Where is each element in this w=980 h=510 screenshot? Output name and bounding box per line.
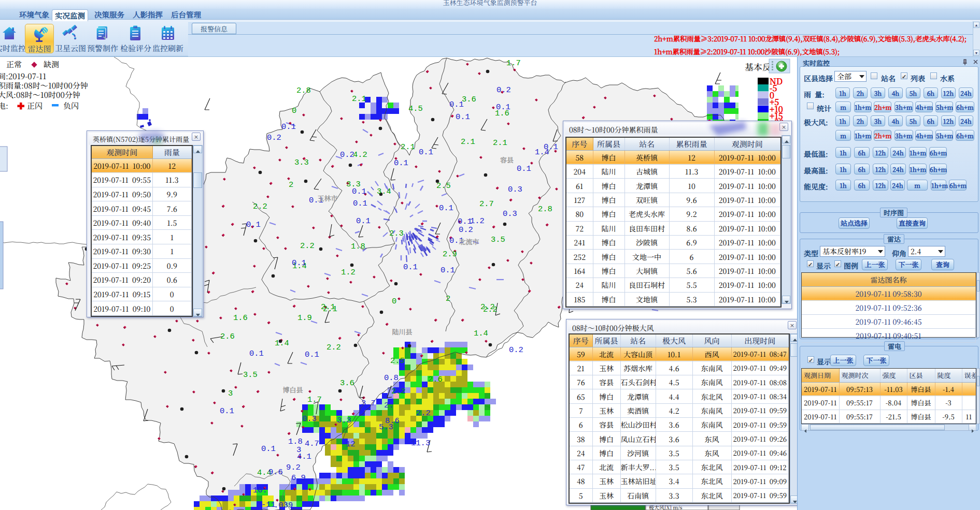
svg-text:正闪: 正闪: [27, 100, 42, 111]
svg-text:11.3: 11.3: [411, 439, 430, 448]
svg-text:0.2: 0.2: [509, 345, 523, 355]
svg-text:0.8: 0.8: [384, 373, 399, 383]
svg-text:0: 0: [392, 297, 396, 306]
svg-text:陆川县: 陆川县: [392, 327, 412, 337]
svg-text:2.2: 2.2: [391, 387, 406, 396]
svg-text:0.1: 0.1: [249, 349, 264, 358]
svg-text:9.2: 9.2: [286, 463, 301, 472]
svg-text:2.: 2.: [384, 401, 394, 410]
svg-text:1.9: 1.9: [297, 313, 312, 323]
svg-text:玉林市: 玉林市: [317, 193, 337, 203]
svg-text:2.1: 2.1: [493, 138, 507, 148]
svg-text:6.9: 6.9: [291, 473, 306, 483]
svg-text:3.5: 3.5: [491, 235, 505, 244]
svg-text:0.1: 0.1: [292, 258, 306, 268]
svg-text:3.5: 3.5: [243, 370, 258, 380]
svg-text:0.1: 0.1: [261, 444, 276, 454]
svg-text:0.1: 0.1: [419, 148, 433, 157]
svg-text:0.1: 0.1: [456, 112, 470, 122]
svg-text:1.6: 1.6: [233, 313, 248, 323]
svg-text:4.5: 4.5: [408, 104, 423, 113]
svg-text:2.2: 2.2: [326, 343, 341, 352]
svg-text:2.7: 2.7: [479, 199, 494, 209]
svg-text:2.8: 2.8: [538, 205, 552, 214]
svg-text:大风:08时～10时00分钟: 大风:08时～10时00分钟: [0, 89, 80, 100]
svg-text:缺测: 缺测: [44, 59, 59, 69]
svg-text:4.7: 4.7: [305, 439, 319, 448]
svg-text:0.1: 0.1: [353, 199, 367, 208]
svg-text:3.7: 3.7: [361, 399, 376, 408]
svg-text:0.3: 0.3: [508, 185, 522, 194]
svg-text:2.2: 2.2: [253, 202, 267, 211]
svg-text:2.1: 2.1: [323, 304, 337, 314]
svg-text:2.9: 2.9: [443, 250, 457, 259]
svg-text:1.8: 1.8: [351, 242, 365, 251]
svg-text:3.3: 3.3: [294, 158, 309, 167]
svg-text:0.1: 0.1: [439, 203, 453, 213]
svg-text:4.2: 4.2: [353, 150, 367, 159]
svg-text:4.1: 4.1: [297, 452, 311, 461]
svg-text:0: 0: [292, 106, 296, 115]
svg-text:0.2: 0.2: [496, 85, 511, 95]
svg-text:容县: 容县: [500, 155, 514, 165]
svg-text:1.4: 1.4: [275, 339, 289, 348]
svg-text:0.1: 0.1: [281, 122, 296, 132]
svg-text:1.2: 1.2: [341, 268, 356, 277]
svg-text:0.1: 0.1: [403, 263, 418, 272]
svg-text:1.4: 1.4: [474, 329, 488, 338]
svg-text:1.7: 1.7: [506, 59, 521, 68]
svg-text:3.6: 3.6: [340, 378, 354, 388]
svg-text:2.6: 2.6: [428, 375, 443, 384]
svg-text:2.8: 2.8: [296, 86, 311, 95]
svg-text:0.3: 0.3: [503, 209, 517, 218]
svg-text:0.2: 0.2: [459, 225, 473, 235]
svg-text:2.2: 2.2: [483, 305, 498, 314]
svg-text:1.4: 1.4: [535, 148, 549, 157]
svg-text:3.3: 3.3: [337, 416, 351, 425]
svg-text:电:: 电:: [0, 100, 8, 111]
svg-text:正常: 正常: [6, 59, 22, 69]
svg-text:0.3: 0.3: [302, 414, 317, 424]
svg-text:0.2: 0.2: [267, 133, 281, 142]
svg-text:2.2: 2.2: [300, 241, 315, 251]
svg-text:0.1: 0.1: [496, 103, 510, 112]
svg-text:2: 2: [446, 294, 450, 303]
svg-text:0.1: 0.1: [356, 216, 371, 226]
svg-text:北流市: 北流市: [459, 237, 479, 246]
svg-text:9.6: 9.6: [268, 468, 283, 477]
svg-text:2.2: 2.2: [416, 409, 431, 418]
svg-text:0.1: 0.1: [246, 220, 261, 229]
svg-text:2.1: 2.1: [352, 94, 366, 104]
svg-text:10.: 10.: [253, 486, 267, 495]
svg-text:3: 3: [228, 389, 233, 398]
svg-text:0.1: 0.1: [220, 406, 234, 416]
svg-text:5.3: 5.3: [379, 422, 393, 432]
svg-text:0.1: 0.1: [441, 266, 455, 275]
svg-text:0.1: 0.1: [394, 158, 408, 168]
svg-text:0.2: 0.2: [340, 150, 354, 159]
svg-text:2.3: 2.3: [389, 229, 404, 238]
svg-text:3.4: 3.4: [377, 187, 391, 196]
svg-text:1.7: 1.7: [307, 395, 322, 404]
svg-text:2.5: 2.5: [436, 181, 451, 191]
svg-text:2.5: 2.5: [390, 356, 405, 366]
svg-text:博白县: 博白县: [282, 385, 303, 395]
svg-text:2: 2: [289, 180, 293, 190]
svg-text:12: 12: [346, 440, 356, 449]
svg-text:0.1: 0.1: [517, 164, 531, 173]
svg-text:0.1: 0.1: [449, 100, 464, 109]
svg-text:2.6: 2.6: [220, 332, 235, 341]
svg-text:负闪: 负闪: [63, 100, 79, 111]
svg-text:0.1: 0.1: [305, 350, 319, 359]
svg-text:2.1: 2.1: [461, 137, 475, 147]
svg-text:基本反: 基本反: [745, 60, 771, 73]
svg-text:1.2: 1.2: [470, 216, 485, 226]
svg-text:0.1: 0.1: [352, 187, 366, 196]
svg-text:3.6: 3.6: [462, 95, 476, 104]
svg-text:.039: .039: [274, 501, 293, 510]
svg-text:2.1: 2.1: [401, 142, 415, 152]
